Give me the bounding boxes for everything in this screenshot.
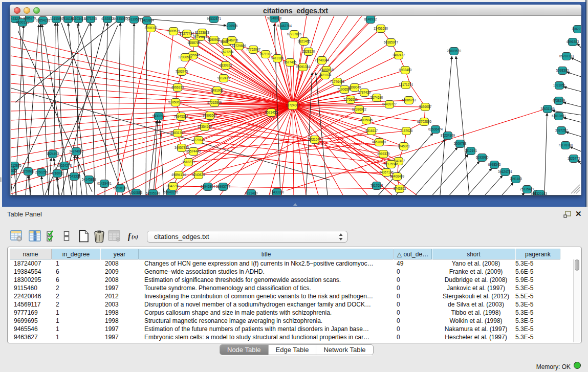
svg-text:25135427: 25135427: [520, 187, 535, 191]
svg-text:37631165: 37631165: [540, 107, 555, 111]
svg-text:99091334: 99091334: [296, 65, 311, 69]
svg-text:27354549: 27354549: [198, 125, 212, 128]
svg-text:13171274: 13171274: [399, 83, 413, 86]
svg-text:74367136: 74367136: [379, 170, 394, 174]
svg-text:13433200: 13433200: [270, 190, 285, 194]
svg-text:49894134: 49894134: [171, 173, 186, 177]
svg-text:34957885: 34957885: [175, 146, 189, 149]
svg-text:51850671: 51850671: [168, 100, 183, 104]
svg-text:9421047: 9421047: [309, 138, 321, 141]
svg-text:7917693: 7917693: [371, 184, 383, 187]
svg-text:6658760: 6658760: [188, 41, 201, 45]
svg-text:4192832: 4192832: [101, 17, 114, 20]
svg-text:7543303: 7543303: [68, 174, 81, 178]
svg-text:4896383: 4896383: [567, 40, 579, 43]
svg-text:9743953: 9743953: [394, 187, 406, 190]
svg-text:3518233: 3518233: [182, 160, 195, 164]
svg-text:7991183: 7991183: [510, 177, 522, 181]
svg-text:3387262: 3387262: [555, 128, 568, 132]
svg-text:02654235: 02654235: [36, 18, 51, 22]
svg-text:6193990: 6193990: [476, 156, 489, 159]
svg-text:8677496: 8677496: [284, 60, 297, 64]
svg-text:77752047: 77752047: [246, 48, 261, 51]
svg-text:6204505: 6204505: [11, 169, 17, 172]
svg-text:f: f: [128, 232, 132, 241]
svg-text:2421024: 2421024: [319, 73, 332, 77]
svg-text:1226916: 1226916: [225, 24, 238, 28]
svg-text:04499727: 04499727: [382, 102, 397, 106]
svg-text:65648236: 65648236: [164, 190, 179, 194]
svg-text:57262849: 57262849: [207, 101, 222, 104]
svg-text:61595148: 61595148: [146, 191, 161, 195]
svg-text:54145868: 54145868: [82, 178, 97, 181]
svg-text:81223623: 81223623: [195, 31, 210, 34]
svg-text:1745961: 1745961: [398, 144, 410, 148]
svg-text:93103413: 93103413: [71, 17, 86, 20]
svg-text:6475255: 6475255: [84, 17, 97, 20]
svg-text:(x): (x): [132, 233, 138, 240]
svg-text:5098393: 5098393: [556, 69, 569, 72]
svg-text:8386379: 8386379: [24, 16, 36, 20]
svg-text:4738299: 4738299: [553, 99, 565, 102]
svg-text:29946804: 29946804: [201, 185, 215, 188]
svg-text:3482477: 3482477: [393, 53, 405, 57]
svg-text:7193745: 7193745: [176, 70, 188, 73]
svg-text:2260256: 2260256: [35, 170, 48, 174]
svg-text:0812191: 0812191: [465, 149, 477, 152]
svg-text:64835030: 64835030: [113, 17, 128, 20]
svg-text:76945314: 76945314: [174, 115, 189, 118]
svg-text:65787133: 65787133: [559, 54, 574, 58]
svg-text:55698169: 55698169: [113, 186, 128, 190]
svg-text:1627204: 1627204: [221, 50, 234, 54]
svg-text:4216073: 4216073: [51, 171, 64, 175]
svg-text:62386922: 62386922: [352, 107, 367, 111]
svg-text:7346706: 7346706: [226, 38, 238, 42]
svg-text:4316117: 4316117: [365, 129, 378, 133]
svg-text:1615594: 1615594: [50, 17, 63, 20]
svg-text:17080531: 17080531: [178, 55, 193, 59]
svg-text:7889579: 7889579: [167, 29, 180, 33]
svg-text:4060883: 4060883: [130, 191, 143, 194]
svg-text:7182278: 7182278: [572, 27, 581, 31]
svg-text:97848018: 97848018: [267, 16, 282, 20]
svg-text:62702895: 62702895: [417, 120, 432, 123]
svg-text:76320163: 76320163: [533, 192, 548, 195]
svg-text:71746488: 71746488: [330, 80, 345, 83]
svg-text:28809570: 28809570: [447, 49, 462, 53]
svg-text:86578091: 86578091: [372, 140, 387, 144]
svg-text:1671902: 1671902: [259, 52, 272, 56]
svg-text:71756551: 71756551: [343, 98, 358, 101]
svg-text:62729806: 62729806: [232, 44, 247, 48]
svg-text:80831367: 80831367: [170, 131, 185, 135]
svg-text:82175946: 82175946: [384, 162, 399, 166]
svg-text:4966319: 4966319: [171, 85, 184, 89]
svg-text:1491905: 1491905: [211, 89, 224, 92]
svg-text:1399049: 1399049: [349, 85, 361, 89]
svg-text:9821465: 9821465: [298, 39, 311, 43]
svg-text:5430391: 5430391: [153, 114, 165, 118]
svg-text:67010651: 67010651: [552, 114, 567, 118]
svg-text:94406409: 94406409: [390, 174, 405, 178]
svg-text:0842710: 0842710: [167, 184, 180, 188]
svg-text:4005045: 4005045: [360, 118, 373, 122]
svg-text:34874016: 34874016: [69, 149, 84, 153]
svg-text:00524278: 00524278: [57, 164, 72, 167]
svg-text:79740344: 79740344: [315, 58, 330, 62]
svg-text:5240824: 5240824: [192, 173, 205, 177]
svg-text:36995777: 36995777: [216, 185, 231, 188]
svg-text:2787429: 2787429: [358, 91, 371, 94]
svg-text:02606474: 02606474: [428, 127, 443, 131]
svg-text:1824493: 1824493: [47, 152, 59, 156]
svg-text:3158692: 3158692: [22, 169, 35, 173]
svg-text:0330923: 0330923: [220, 63, 232, 67]
svg-text:72423884: 72423884: [140, 18, 155, 22]
svg-text:85574443: 85574443: [186, 149, 201, 153]
svg-text:1969379: 1969379: [377, 152, 390, 156]
svg-text:5674680: 5674680: [371, 96, 383, 99]
svg-text:6690967: 6690967: [208, 38, 221, 41]
svg-text:9521456: 9521456: [265, 111, 278, 114]
svg-text:1031051: 1031051: [553, 83, 566, 87]
svg-text:51462704: 51462704: [277, 24, 292, 28]
svg-text:87234309: 87234309: [441, 134, 455, 137]
svg-text:7187026: 7187026: [400, 129, 413, 133]
